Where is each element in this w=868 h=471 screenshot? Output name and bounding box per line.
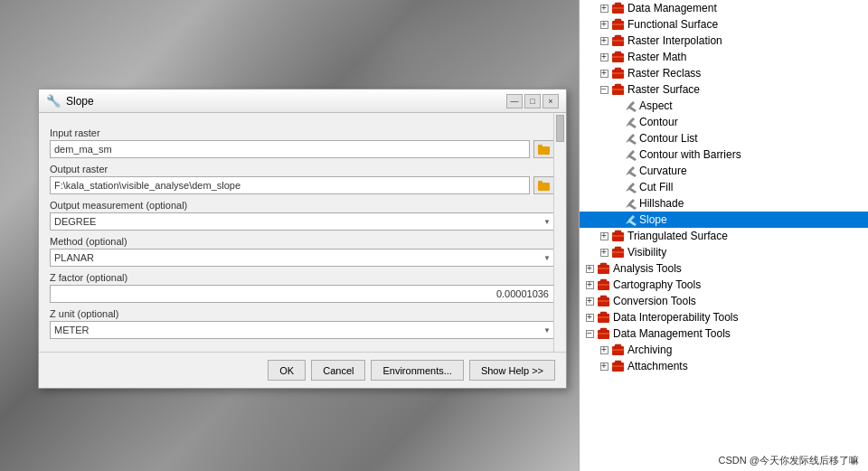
show-help-button[interactable]: Show Help >>: [469, 360, 555, 381]
tree-item-conversion-tools[interactable]: +Conversion Tools: [580, 293, 868, 309]
icon-cartography-tools: [597, 278, 610, 291]
input-raster-label: Input raster: [50, 127, 555, 138]
tree-item-hillshade[interactable]: Hillshade: [580, 195, 868, 212]
dialog-scrollbar[interactable]: [553, 113, 566, 352]
svg-rect-33: [600, 263, 607, 267]
input-raster-field[interactable]: [50, 140, 530, 158]
input-raster-browse-button[interactable]: [533, 140, 555, 158]
tree-item-functional-surface[interactable]: +Functional Surface: [580, 16, 868, 33]
input-raster-row: [50, 140, 555, 158]
slope-dialog: 🔧 Slope — □ × Input raster Output raster: [38, 89, 567, 389]
tree-label-raster-interpolation: Raster Interpolation: [627, 34, 722, 47]
tree-item-archiving[interactable]: +Archiving: [580, 342, 868, 358]
z-factor-row: [50, 285, 555, 303]
watermark: CSDN @今天你发际线后移了嘛: [719, 454, 859, 467]
icon-data-management: [611, 2, 625, 14]
method-row: PLANAR ▼: [50, 249, 555, 267]
expand-icon-raster-math: +: [598, 51, 610, 63]
output-measurement-label: Output measurement (optional): [50, 200, 555, 211]
tree-item-contour-list[interactable]: Contour List: [580, 130, 868, 146]
tree-label-raster-reclass: Raster Reclass: [627, 67, 701, 80]
expand-icon-contour: [610, 116, 623, 128]
expand-icon-attachments: +: [598, 360, 610, 372]
expand-icon-visibility: +: [598, 246, 610, 259]
expand-icon-cut-fill: [610, 181, 623, 193]
folder-open-icon: [538, 144, 551, 155]
icon-archiving: [611, 344, 625, 356]
svg-rect-1: [615, 3, 621, 6]
tree-item-raster-surface[interactable]: −Raster Surface: [580, 81, 868, 98]
tree-item-contour-barriers[interactable]: Contour with Barriers: [580, 146, 868, 163]
icon-attachments: [611, 360, 625, 372]
tree-label-functional-surface: Functional Surface: [627, 18, 718, 31]
icon-contour-list: [624, 132, 637, 145]
tree-item-raster-interpolation[interactable]: +Raster Interpolation: [580, 33, 868, 49]
svg-marker-18: [626, 101, 637, 112]
tree-label-attachments: Attachments: [627, 360, 688, 372]
tree-label-data-management: Data Management: [627, 2, 717, 14]
tree-item-raster-math[interactable]: +Raster Math: [580, 49, 868, 65]
output-measurement-row: DEGREE ▼: [50, 212, 555, 231]
watermark-text: CSDN @今天你发际线后移了嘛: [719, 455, 859, 466]
output-measurement-dropdown[interactable]: DEGREE ▼: [50, 212, 555, 231]
expand-icon-curvature: [610, 165, 623, 177]
z-factor-label: Z factor (optional): [50, 272, 555, 283]
tree-item-attachments[interactable]: +Attachments: [580, 358, 868, 374]
svg-rect-39: [600, 296, 607, 299]
tree-item-contour[interactable]: Contour: [580, 114, 868, 130]
expand-icon-raster-interpolation: +: [598, 34, 610, 47]
output-raster-row: [50, 176, 555, 194]
z-factor-field[interactable]: [50, 285, 555, 303]
method-dropdown[interactable]: PLANAR ▼: [50, 249, 555, 267]
tree-item-aspect[interactable]: Aspect: [580, 98, 868, 114]
tree-label-contour-barriers: Contour with Barriers: [639, 148, 741, 161]
svg-marker-22: [626, 166, 637, 177]
tree-item-cartography-tools[interactable]: +Cartography Tools: [580, 277, 868, 293]
tree-label-cartography-tools: Cartography Tools: [613, 278, 701, 291]
svg-marker-19: [626, 118, 637, 128]
svg-rect-16: [615, 84, 621, 88]
dialog-title-icon: 🔧: [46, 94, 61, 108]
tree-label-contour: Contour: [639, 116, 678, 128]
tree-item-analysis-tools[interactable]: +Analysis Tools: [580, 260, 868, 277]
environments-button[interactable]: Environments...: [371, 360, 463, 381]
tree-item-data-management-tools[interactable]: −Data Management Tools: [580, 325, 868, 342]
tree-item-raster-reclass[interactable]: +Raster Reclass: [580, 65, 868, 81]
svg-rect-56: [538, 181, 542, 184]
tree-item-data-interoperability[interactable]: +Data Interoperability Tools: [580, 309, 868, 325]
tree-item-data-management[interactable]: +Data Management: [580, 0, 868, 16]
tree-label-data-management-tools: Data Management Tools: [613, 327, 731, 340]
method-arrow: ▼: [543, 254, 551, 262]
tree-item-visibility[interactable]: +Visibility: [580, 244, 868, 260]
expand-icon-data-management-tools: −: [583, 327, 596, 340]
z-unit-label: Z unit (optional): [50, 308, 555, 319]
dialog-controls: — □ ×: [506, 94, 559, 108]
tree-label-data-interoperability: Data Interoperability Tools: [613, 311, 739, 324]
ok-button[interactable]: OK: [268, 360, 306, 381]
tree-item-curvature[interactable]: Curvature: [580, 163, 868, 179]
output-raster-browse-button[interactable]: [533, 176, 555, 194]
svg-rect-48: [615, 344, 621, 348]
tree-item-slope[interactable]: Slope: [580, 212, 868, 228]
minimize-button[interactable]: —: [506, 94, 523, 108]
expand-icon-aspect: [610, 99, 623, 112]
tree-label-archiving: Archiving: [627, 344, 672, 356]
tree-label-aspect: Aspect: [639, 99, 673, 112]
tree-label-triangulated-surface: Triangulated Surface: [627, 230, 728, 242]
expand-icon-analysis-tools: +: [583, 262, 596, 275]
expand-icon-contour-list: [610, 132, 623, 145]
svg-marker-21: [626, 150, 637, 161]
icon-hillshade: [624, 197, 637, 210]
maximize-button[interactable]: □: [524, 94, 541, 108]
svg-rect-7: [615, 35, 621, 39]
icon-triangulated-surface: [611, 230, 625, 242]
tree-item-cut-fill[interactable]: Cut Fill: [580, 179, 868, 195]
output-raster-field[interactable]: [50, 176, 530, 194]
tree-item-triangulated-surface[interactable]: +Triangulated Surface: [580, 228, 868, 244]
expand-icon-triangulated-surface: +: [598, 230, 610, 242]
close-button[interactable]: ×: [542, 94, 559, 108]
z-unit-dropdown[interactable]: METER ▼: [50, 321, 555, 339]
icon-conversion-tools: [597, 295, 610, 307]
expand-icon-contour-barriers: [610, 148, 623, 161]
cancel-button[interactable]: Cancel: [311, 360, 365, 381]
